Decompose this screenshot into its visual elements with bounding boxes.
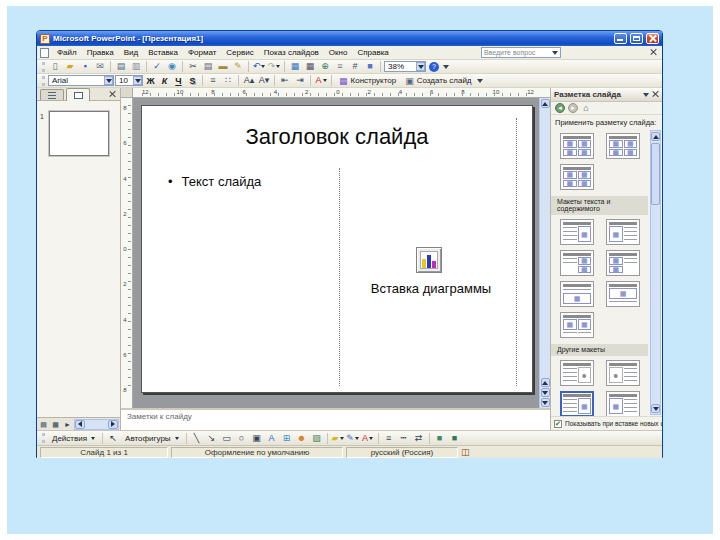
document-close-button[interactable]: [648, 47, 659, 58]
toolbar-grip[interactable]: [42, 62, 45, 72]
toolbar-options-icon[interactable]: [443, 65, 449, 69]
layout-two-content-over-text[interactable]: ▦▦: [560, 312, 594, 338]
horizontal-scrollbar[interactable]: [74, 419, 119, 430]
print-preview-icon[interactable]: ▥: [129, 60, 143, 73]
layout-chart-and-text[interactable]: ▦: [606, 391, 640, 416]
bullets-icon[interactable]: ∷: [221, 74, 235, 87]
line-color-icon[interactable]: ✎: [346, 432, 360, 445]
menu-item-1[interactable]: Правка: [82, 47, 119, 58]
cut-icon[interactable]: ✂: [186, 60, 200, 73]
layout-two-content-and-text[interactable]: ▦▦: [606, 250, 640, 276]
increase-font-icon[interactable]: A▴: [242, 74, 256, 87]
show-grid-icon[interactable]: #: [348, 60, 362, 73]
layout-text-and-chart[interactable]: ▦: [560, 391, 594, 416]
line-style-icon[interactable]: ≡: [382, 432, 396, 445]
layout-content-over-text[interactable]: ▦: [606, 281, 640, 307]
task-pane-menu-icon[interactable]: [643, 93, 649, 97]
layout-clipart-and-text[interactable]: ☻: [606, 360, 640, 386]
tab-outline[interactable]: [40, 89, 64, 100]
copy-icon[interactable]: ▤: [201, 60, 215, 73]
fill-color-icon[interactable]: ▰: [331, 432, 345, 445]
toolbar-options-icon[interactable]: [477, 79, 483, 83]
new-icon[interactable]: ▯: [48, 60, 62, 73]
font-color-icon[interactable]: A: [314, 74, 328, 87]
shadow-style-icon[interactable]: ■: [433, 432, 447, 445]
wordart-icon[interactable]: A: [265, 432, 279, 445]
help-button[interactable]: ?: [427, 60, 441, 73]
toolbar-grip[interactable]: [42, 433, 45, 443]
decrease-indent-icon[interactable]: ⇤: [278, 74, 292, 87]
menu-item-6[interactable]: Показ слайдов: [259, 47, 324, 58]
decrease-font-icon[interactable]: A▾: [257, 74, 271, 87]
insert-table-icon[interactable]: ▦: [303, 60, 317, 73]
minimize-button[interactable]: [614, 33, 627, 44]
color-grayscale-icon[interactable]: ■: [363, 60, 377, 73]
scroll-up-icon[interactable]: [541, 99, 550, 108]
underline-button[interactable]: Ч: [172, 75, 185, 87]
next-slide-button[interactable]: [541, 388, 550, 397]
clipart-icon[interactable]: ☻: [295, 432, 309, 445]
dash-style-icon[interactable]: ┅: [397, 432, 411, 445]
title-bar[interactable]: P Microsoft PowerPoint - [Презентация1]: [37, 31, 662, 46]
email-icon[interactable]: ✉: [93, 60, 107, 73]
save-icon[interactable]: ▪: [78, 60, 92, 73]
menu-item-2[interactable]: Вид: [119, 47, 143, 58]
show-on-insert-checkbox[interactable]: ✔ Показывать при вставке новых слайдов: [551, 416, 662, 430]
notes-pane[interactable]: Заметки к слайду: [121, 408, 550, 430]
scroll-up-icon[interactable]: [651, 132, 660, 141]
scroll-down-icon[interactable]: [541, 398, 550, 407]
text-box-icon[interactable]: ▣: [250, 432, 264, 445]
normal-view-button[interactable]: ▤: [38, 419, 49, 430]
scroll-thumb[interactable]: [651, 143, 660, 205]
menu-item-0[interactable]: Файл: [52, 47, 82, 58]
slideshow-button[interactable]: ►: [62, 419, 73, 430]
status-design-name[interactable]: Оформление по умолчанию: [171, 447, 343, 458]
text-shadow-button[interactable]: S: [186, 75, 199, 87]
scroll-left-icon[interactable]: [75, 420, 85, 429]
picture-icon[interactable]: ▨: [310, 432, 324, 445]
slide[interactable]: Заголовок слайда • Текст слайда Вставка …: [141, 105, 533, 393]
paste-icon[interactable]: ▬: [216, 60, 230, 73]
draw-actions-button[interactable]: Действия: [48, 432, 99, 445]
slide-design-button[interactable]: ▦ Конструктор: [335, 74, 400, 87]
slide-title-placeholder[interactable]: Заголовок слайда: [162, 124, 512, 150]
print-icon[interactable]: ▤: [114, 60, 128, 73]
scroll-right-icon[interactable]: [108, 420, 118, 429]
arrow-style-icon[interactable]: ⇄: [412, 432, 426, 445]
layout-text-over-content[interactable]: ▦: [560, 281, 594, 307]
previous-slide-button[interactable]: [541, 378, 550, 387]
scroll-down-icon[interactable]: [651, 404, 660, 413]
toolbar-grip[interactable]: [42, 76, 45, 86]
layout-text-and-two-content[interactable]: ▦▦: [560, 250, 594, 276]
maximize-button[interactable]: [630, 33, 643, 44]
select-object-icon[interactable]: ↖: [106, 432, 120, 445]
font-color-2-icon[interactable]: A: [361, 432, 375, 445]
forward-icon[interactable]: ►: [568, 103, 578, 113]
panel-close-button[interactable]: [107, 89, 118, 100]
layout-text-and-content[interactable]: ▦: [560, 219, 594, 245]
slide-text-placeholder[interactable]: • Текст слайда: [168, 174, 261, 189]
numbering-icon[interactable]: ≡: [206, 74, 220, 87]
bold-button[interactable]: Ж: [144, 75, 157, 87]
layout-content-two-and-two[interactable]: ▦▦▦▦: [606, 133, 640, 159]
insert-hyperlink-icon[interactable]: ⊕: [318, 60, 332, 73]
font-name-combo[interactable]: Arial: [48, 75, 114, 86]
zoom-combo[interactable]: 38%: [384, 61, 426, 72]
expand-all-icon[interactable]: ≡: [333, 60, 347, 73]
spelling-icon[interactable]: ✓: [150, 60, 164, 73]
menu-item-7[interactable]: Окно: [324, 47, 353, 58]
open-icon[interactable]: ▰: [63, 60, 77, 73]
diagram-icon[interactable]: ⊞: [280, 432, 294, 445]
arrow-icon[interactable]: ↘: [205, 432, 219, 445]
back-icon[interactable]: ◄: [555, 103, 565, 113]
menu-item-5[interactable]: Сервис: [221, 47, 258, 58]
rectangle-icon[interactable]: ▭: [220, 432, 234, 445]
format-painter-icon[interactable]: ✎: [231, 60, 245, 73]
font-size-combo[interactable]: 10: [115, 75, 143, 86]
vertical-scrollbar[interactable]: [539, 98, 550, 408]
insert-chart-placeholder-button[interactable]: [416, 247, 442, 273]
slide-1-thumbnail[interactable]: [49, 111, 109, 156]
menu-item-8[interactable]: Справка: [352, 47, 393, 58]
ask-question-box[interactable]: Введите вопрос: [481, 47, 561, 58]
close-button[interactable]: [646, 33, 659, 44]
